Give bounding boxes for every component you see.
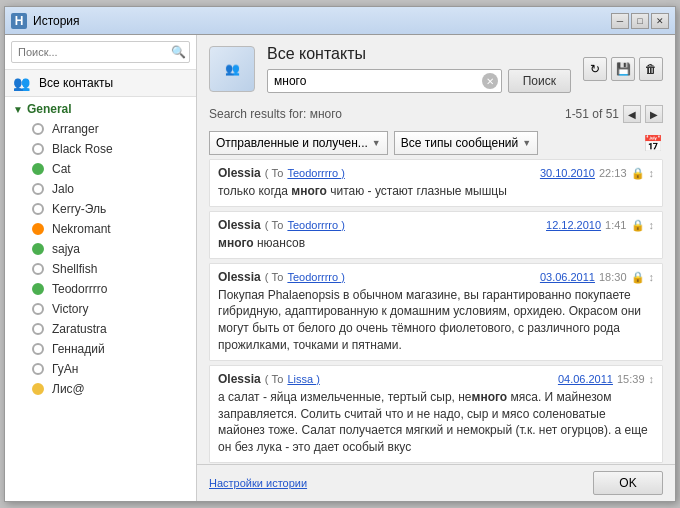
message-date[interactable]: 30.10.2010: [540, 167, 595, 179]
close-button[interactable]: ✕: [651, 13, 669, 29]
message-item: Olessia( То Lissa )04.06.201115:39 ↕а са…: [209, 365, 663, 463]
message-body: а салат - яйца измельченные, тертый сыр,…: [218, 389, 654, 456]
message-date[interactable]: 03.06.2011: [540, 271, 595, 283]
status-icon: [29, 302, 47, 316]
expand-icon[interactable]: ↕: [649, 271, 655, 283]
status-icon: [29, 182, 47, 196]
message-item: Olessia( То Teodorrrro )03.06.201118:30 …: [209, 263, 663, 361]
sidebar-item[interactable]: Cat: [5, 159, 196, 179]
main-window: H История ─ □ ✕ 🔍 👥 Все контакты: [4, 6, 676, 502]
contact-name-label: Nekromant: [52, 222, 111, 236]
results-text: Search results for: много: [209, 107, 342, 121]
contact-name-label: Лис@: [52, 382, 85, 396]
search-icon: 🔍: [171, 45, 186, 59]
message-time: 15:39: [617, 373, 645, 385]
contact-name-label: sajya: [52, 242, 80, 256]
lock-icon: 🔒: [631, 167, 645, 180]
lock-icon: 🔒: [631, 219, 645, 232]
save-button[interactable]: 💾: [611, 57, 635, 81]
all-contacts-item[interactable]: 👥 Все контакты: [5, 70, 196, 97]
search-clear-button[interactable]: ✕: [482, 73, 498, 89]
search-row: ✕ Поиск: [267, 69, 571, 93]
message-body: Покупая Phalaenopsis в обычном магазине,…: [218, 287, 654, 354]
settings-link[interactable]: Настройки истории: [209, 477, 307, 489]
sidebar-item[interactable]: Геннадий: [5, 339, 196, 359]
all-types-filter[interactable]: Все типы сообщений ▼: [394, 131, 538, 155]
next-page-button[interactable]: ▶: [645, 105, 663, 123]
message-sender: Olessia: [218, 218, 261, 232]
expand-icon[interactable]: ↕: [649, 373, 655, 385]
message-item: Olessia( То Teodorrrro )12.12.20101:41 🔒…: [209, 211, 663, 259]
message-recipient[interactable]: Teodorrrro ): [287, 219, 344, 231]
expand-icon[interactable]: ↕: [649, 219, 655, 231]
status-icon: [29, 202, 47, 216]
contact-name-label: Victory: [52, 302, 88, 316]
status-icon: [29, 242, 47, 256]
message-recipient[interactable]: Teodorrrro ): [287, 271, 344, 283]
sidebar-item[interactable]: Teodorrrro: [5, 279, 196, 299]
sidebar-item[interactable]: Nekromant: [5, 219, 196, 239]
filter2-label: Все типы сообщений: [401, 136, 518, 150]
expand-icon[interactable]: ↕: [649, 167, 655, 179]
minimize-button[interactable]: ─: [611, 13, 629, 29]
status-icon: [29, 122, 47, 136]
message-time: 1:41: [605, 219, 626, 231]
title-bar-controls: ─ □ ✕: [611, 13, 669, 29]
chevron-down-icon: ▼: [372, 138, 381, 148]
toolbar-icons: ↻ 💾 🗑: [583, 57, 663, 81]
message-to-label: ( То: [265, 373, 284, 385]
restore-button[interactable]: □: [631, 13, 649, 29]
message-type-filter[interactable]: Отправленные и получен... ▼: [209, 131, 388, 155]
contact-name-label: Геннадий: [52, 342, 105, 356]
contact-name: Все контакты: [267, 45, 571, 63]
group-general-header[interactable]: ▼ General: [5, 99, 196, 119]
contacts-icon: 👥: [13, 75, 33, 91]
window-title: История: [33, 14, 611, 28]
prev-page-button[interactable]: ◀: [623, 105, 641, 123]
refresh-button[interactable]: ↻: [583, 57, 607, 81]
delete-button[interactable]: 🗑: [639, 57, 663, 81]
status-icon: [29, 162, 47, 176]
contact-info: Все контакты ✕ Поиск: [267, 45, 571, 93]
message-header: Olessia( То Teodorrrro )30.10.201022:13 …: [218, 166, 654, 180]
message-search-input[interactable]: [267, 69, 502, 93]
contact-name-label: Cat: [52, 162, 71, 176]
sidebar-item[interactable]: Лис@: [5, 379, 196, 399]
message-to-label: ( То: [265, 167, 284, 179]
message-body: только когда много читаю - устают глазны…: [218, 183, 654, 200]
window-body: 🔍 👥 Все контакты ▼ General ArrangerBlack…: [5, 35, 675, 501]
search-button[interactable]: Поиск: [508, 69, 571, 93]
ok-button[interactable]: OK: [593, 471, 663, 495]
message-date[interactable]: 12.12.2010: [546, 219, 601, 231]
group-general: ▼ General ArrangerBlack RoseCatJaloKerry…: [5, 99, 196, 399]
message-time: 18:30: [599, 271, 627, 283]
search-input-wrap: ✕: [267, 69, 502, 93]
sidebar-item[interactable]: Jalo: [5, 179, 196, 199]
sidebar-item[interactable]: ГуАн: [5, 359, 196, 379]
refresh-icon: ↻: [590, 62, 600, 76]
message-recipient[interactable]: Lissa ): [287, 373, 319, 385]
messages-list: Olessia( То Teodorrrro )30.10.201022:13 …: [197, 159, 675, 464]
message-recipient[interactable]: Teodorrrro ): [287, 167, 344, 179]
group-general-items: ArrangerBlack RoseCatJaloKerry-ЭльNekrom…: [5, 119, 196, 399]
contact-name-label: ГуАн: [52, 362, 78, 376]
title-bar: H История ─ □ ✕: [5, 7, 675, 35]
calendar-button[interactable]: 📅: [643, 134, 663, 153]
status-icon: [29, 342, 47, 356]
sidebar-item[interactable]: Black Rose: [5, 139, 196, 159]
sidebar-item[interactable]: Shellfish: [5, 259, 196, 279]
group-general-label: General: [27, 102, 72, 116]
trash-icon: 🗑: [645, 62, 657, 76]
message-date[interactable]: 04.06.2011: [558, 373, 613, 385]
sidebar-item[interactable]: Victory: [5, 299, 196, 319]
status-icon: [29, 362, 47, 376]
status-icon: [29, 382, 47, 396]
status-icon: [29, 142, 47, 156]
sidebar-item[interactable]: Kerry-Эль: [5, 199, 196, 219]
contact-name-label: Zaratustra: [52, 322, 107, 336]
sidebar-item[interactable]: Zaratustra: [5, 319, 196, 339]
message-sender: Olessia: [218, 270, 261, 284]
sidebar-search-input[interactable]: [11, 41, 190, 63]
sidebar-item[interactable]: Arranger: [5, 119, 196, 139]
sidebar-item[interactable]: sajya: [5, 239, 196, 259]
